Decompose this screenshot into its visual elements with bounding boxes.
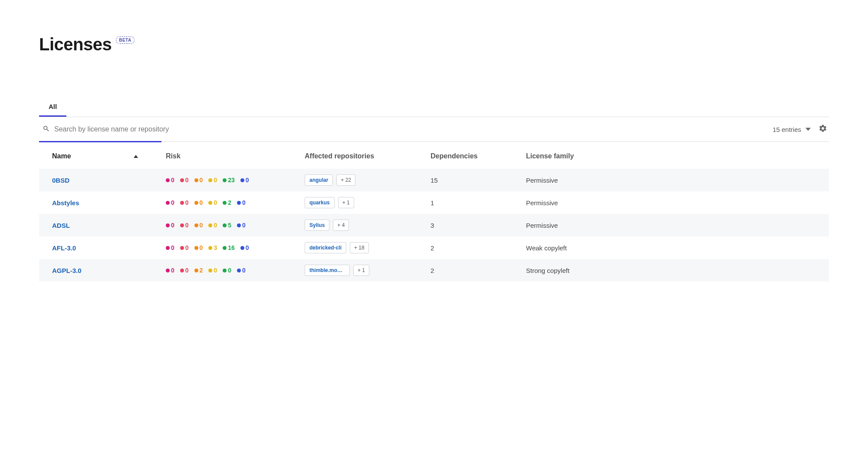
table-row: AGPL-3.0002000thimble.mozill...+ 12Stron… [39,259,829,282]
cell-family: Permissive [521,169,829,191]
license-link[interactable]: 0BSD [52,177,69,184]
risk-dot-icon [194,269,198,272]
risk-value: 0 [200,244,203,251]
col-header-risk[interactable]: Risk [161,142,299,169]
risk-dot-icon [166,178,170,182]
risk-item-orange: 0 [194,244,203,251]
gear-icon[interactable] [819,124,827,135]
risk-item-red: 0 [180,244,189,251]
table-header-row: Name Risk Affected repositories Dependen… [39,142,829,169]
license-link[interactable]: Abstyles [52,199,79,207]
table-row: 0BSD0000230angular+ 2215Permissive [39,169,829,191]
cell-name: ADSL [39,214,161,236]
page-header: Licenses BETA [39,35,829,54]
page-title: Licenses [39,35,112,54]
risk-item-green: 2 [223,199,231,206]
cell-deps: 2 [425,259,521,282]
repo-chip-more[interactable]: + 22 [336,174,355,186]
risk-value: 0 [246,177,249,184]
risk-item-green: 16 [223,244,235,251]
risk-value: 5 [228,222,231,229]
risk-dot-icon [223,178,227,182]
risk-dot-icon [223,201,227,205]
cell-risk: 0003160 [161,236,299,259]
repo-chip[interactable]: Sylius [305,220,329,231]
licenses-table: Name Risk Affected repositories Dependen… [39,142,829,282]
risk-item-blue: 0 [240,177,249,184]
col-header-name[interactable]: Name [39,142,161,169]
license-link[interactable]: ADSL [52,222,70,229]
risk-dot-icon [166,269,170,272]
sort-asc-icon [134,155,138,158]
risk-value: 0 [200,222,203,229]
risk-dot-icon [223,269,227,272]
risk-dot-icon [208,178,212,182]
cell-family: Permissive [521,214,829,236]
risk-item-blue: 0 [237,222,246,229]
repo-chip-more[interactable]: + 1 [353,265,369,276]
risk-item-red: 0 [180,177,189,184]
repo-chip-more[interactable]: + 4 [333,220,349,231]
entries-area: 15 entries [773,124,827,135]
risk-item-red: 0 [180,222,189,229]
col-header-repos[interactable]: Affected repositories [299,142,425,169]
cell-deps: 15 [425,169,521,191]
repo-chips: quarkus+ 1 [305,197,420,208]
risk-dot-icon [194,201,198,205]
repo-chip[interactable]: quarkus [305,197,335,208]
risk-value: 0 [242,199,246,206]
cell-name: AGPL-3.0 [39,259,161,282]
risk-dot-icon [194,178,198,182]
risk-dot-icon [166,246,170,250]
search-row: 15 entries [39,117,829,142]
risk-item-red: 0 [180,267,189,274]
risk-item-magenta: 0 [166,199,174,206]
entries-dropdown[interactable]: 15 entries [773,126,811,133]
search-icon [43,125,50,134]
cell-deps: 1 [425,191,521,214]
cell-repos: angular+ 22 [299,169,425,191]
loading-bar [39,141,161,142]
risk-dot-icon [237,201,241,205]
risk-value: 0 [214,267,217,274]
risk-value: 23 [228,177,235,184]
repo-chip[interactable]: angular [305,174,333,186]
risk-value: 2 [200,267,203,274]
search-input[interactable] [54,125,271,133]
risk-dot-icon [223,246,227,250]
cell-risk: 000020 [161,191,299,214]
risk-value: 0 [214,222,217,229]
risk-dot-icon [180,246,184,250]
risk-value: 0 [200,177,203,184]
risk-value: 3 [214,244,217,251]
tab-all[interactable]: All [39,98,66,117]
cell-family: Strong copyleft [521,259,829,282]
col-header-deps[interactable]: Dependencies [425,142,521,169]
risk-item-green: 23 [223,177,235,184]
risk-value: 0 [228,267,231,274]
license-link[interactable]: AGPL-3.0 [52,267,82,274]
risk-dot-icon [166,201,170,205]
repo-chip-more[interactable]: + 18 [350,242,369,253]
risk-value: 0 [246,244,249,251]
risk-group: 0000230 [166,177,294,184]
cell-repos: Sylius+ 4 [299,214,425,236]
cell-repos: thimble.mozill...+ 1 [299,259,425,282]
risk-dot-icon [237,269,241,272]
risk-dot-icon [223,223,227,227]
cell-family: Permissive [521,191,829,214]
repo-chip[interactable]: debricked-cli [305,242,346,253]
repo-chip[interactable]: thimble.mozill... [305,265,350,276]
repo-chip-more[interactable]: + 1 [338,197,354,208]
license-link[interactable]: AFL-3.0 [52,244,76,252]
risk-item-orange: 2 [194,267,203,274]
repo-chips: debricked-cli+ 18 [305,242,420,253]
tabs-row: All [39,98,829,117]
risk-group: 002000 [166,267,294,274]
risk-value: 2 [228,199,231,206]
risk-value: 0 [242,222,246,229]
risk-item-blue: 0 [237,199,246,206]
cell-deps: 3 [425,214,521,236]
col-header-family[interactable]: License family [521,142,829,169]
risk-dot-icon [240,246,244,250]
